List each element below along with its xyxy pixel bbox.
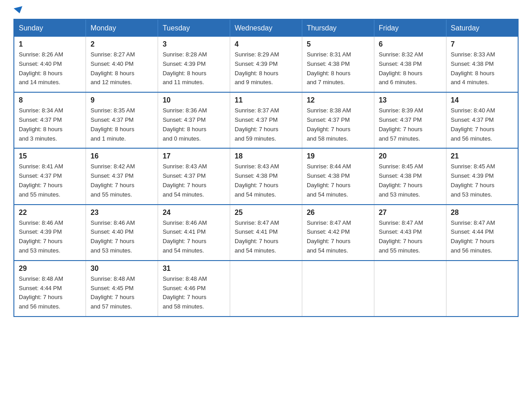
calendar-cell: 19 Sunrise: 8:44 AMSunset: 4:38 PMDaylig… <box>302 148 374 204</box>
day-info: Sunrise: 8:40 AMSunset: 4:37 PMDaylight:… <box>451 106 513 143</box>
day-info: Sunrise: 8:32 AMSunset: 4:38 PMDaylight:… <box>379 50 442 87</box>
day-number: 19 <box>307 152 369 160</box>
calendar-cell: 23 Sunrise: 8:46 AMSunset: 4:40 PMDaylig… <box>86 205 158 261</box>
day-info: Sunrise: 8:28 AMSunset: 4:39 PMDaylight:… <box>163 50 225 87</box>
day-info: Sunrise: 8:44 AMSunset: 4:38 PMDaylight:… <box>307 162 369 199</box>
day-info: Sunrise: 8:47 AMSunset: 4:44 PMDaylight:… <box>451 218 513 256</box>
calendar-cell: 18 Sunrise: 8:43 AMSunset: 4:38 PMDaylig… <box>230 148 302 204</box>
day-number: 17 <box>163 152 225 160</box>
week-row-1: 1 Sunrise: 8:26 AMSunset: 4:40 PMDayligh… <box>14 37 518 92</box>
day-number: 25 <box>235 209 297 217</box>
day-number: 4 <box>235 40 297 48</box>
weekday-header-friday: Friday <box>374 19 446 37</box>
calendar-cell: 17 Sunrise: 8:43 AMSunset: 4:37 PMDaylig… <box>158 148 230 204</box>
day-info: Sunrise: 8:38 AMSunset: 4:37 PMDaylight:… <box>307 106 369 143</box>
calendar-cell: 1 Sunrise: 8:26 AMSunset: 4:40 PMDayligh… <box>14 37 86 92</box>
day-number: 8 <box>19 96 81 104</box>
day-number: 24 <box>163 209 225 217</box>
calendar-cell: 2 Sunrise: 8:27 AMSunset: 4:40 PMDayligh… <box>86 37 158 92</box>
day-number: 11 <box>235 96 297 104</box>
calendar-cell: 13 Sunrise: 8:39 AMSunset: 4:37 PMDaylig… <box>374 92 446 148</box>
day-info: Sunrise: 8:36 AMSunset: 4:37 PMDaylight:… <box>163 106 225 143</box>
weekday-header-row: SundayMondayTuesdayWednesdayThursdayFrid… <box>14 19 518 37</box>
day-number: 29 <box>19 265 81 273</box>
day-info: Sunrise: 8:45 AMSunset: 4:38 PMDaylight:… <box>379 162 442 199</box>
day-info: Sunrise: 8:31 AMSunset: 4:38 PMDaylight:… <box>307 50 369 87</box>
day-info: Sunrise: 8:46 AMSunset: 4:40 PMDaylight:… <box>90 218 153 256</box>
calendar-cell: 26 Sunrise: 8:47 AMSunset: 4:42 PMDaylig… <box>302 205 374 261</box>
calendar-cell: 28 Sunrise: 8:47 AMSunset: 4:44 PMDaylig… <box>446 205 518 261</box>
day-info: Sunrise: 8:43 AMSunset: 4:37 PMDaylight:… <box>163 162 225 199</box>
day-info: Sunrise: 8:26 AMSunset: 4:40 PMDaylight:… <box>19 50 81 87</box>
day-info: Sunrise: 8:39 AMSunset: 4:37 PMDaylight:… <box>379 106 442 143</box>
day-info: Sunrise: 8:48 AMSunset: 4:44 PMDaylight:… <box>19 274 81 312</box>
calendar-cell <box>446 261 518 317</box>
calendar-cell <box>302 261 374 317</box>
day-info: Sunrise: 8:34 AMSunset: 4:37 PMDaylight:… <box>19 106 81 143</box>
day-number: 22 <box>19 209 81 217</box>
day-number: 30 <box>90 265 153 273</box>
week-row-4: 22 Sunrise: 8:46 AMSunset: 4:39 PMDaylig… <box>14 205 518 261</box>
calendar-cell: 20 Sunrise: 8:45 AMSunset: 4:38 PMDaylig… <box>374 148 446 204</box>
day-number: 16 <box>90 152 153 160</box>
calendar-cell: 24 Sunrise: 8:46 AMSunset: 4:41 PMDaylig… <box>158 205 230 261</box>
day-info: Sunrise: 8:37 AMSunset: 4:37 PMDaylight:… <box>235 106 297 143</box>
calendar-cell: 10 Sunrise: 8:36 AMSunset: 4:37 PMDaylig… <box>158 92 230 148</box>
calendar-cell: 16 Sunrise: 8:42 AMSunset: 4:37 PMDaylig… <box>86 148 158 204</box>
week-row-2: 8 Sunrise: 8:34 AMSunset: 4:37 PMDayligh… <box>14 92 518 148</box>
calendar-cell: 12 Sunrise: 8:38 AMSunset: 4:37 PMDaylig… <box>302 92 374 148</box>
day-info: Sunrise: 8:29 AMSunset: 4:39 PMDaylight:… <box>235 50 297 87</box>
calendar-cell: 5 Sunrise: 8:31 AMSunset: 4:38 PMDayligh… <box>302 37 374 92</box>
logo-triangle-icon <box>14 6 24 15</box>
day-number: 13 <box>379 96 442 104</box>
day-number: 6 <box>379 40 442 48</box>
day-number: 31 <box>163 265 225 273</box>
calendar-cell: 25 Sunrise: 8:47 AMSunset: 4:41 PMDaylig… <box>230 205 302 261</box>
day-number: 5 <box>307 40 369 48</box>
day-info: Sunrise: 8:27 AMSunset: 4:40 PMDaylight:… <box>90 50 153 87</box>
calendar-cell: 27 Sunrise: 8:47 AMSunset: 4:43 PMDaylig… <box>374 205 446 261</box>
calendar-cell: 30 Sunrise: 8:48 AMSunset: 4:45 PMDaylig… <box>86 261 158 317</box>
calendar-cell: 3 Sunrise: 8:28 AMSunset: 4:39 PMDayligh… <box>158 37 230 92</box>
day-info: Sunrise: 8:48 AMSunset: 4:45 PMDaylight:… <box>90 274 153 312</box>
calendar-table: SundayMondayTuesdayWednesdayThursdayFrid… <box>13 19 519 317</box>
calendar-cell <box>374 261 446 317</box>
logo-text <box>13 9 23 13</box>
day-info: Sunrise: 8:47 AMSunset: 4:43 PMDaylight:… <box>379 218 442 256</box>
day-info: Sunrise: 8:35 AMSunset: 4:37 PMDaylight:… <box>90 106 153 143</box>
day-number: 23 <box>90 209 153 217</box>
weekday-header-tuesday: Tuesday <box>158 19 230 37</box>
day-number: 10 <box>163 96 225 104</box>
calendar-cell: 21 Sunrise: 8:45 AMSunset: 4:39 PMDaylig… <box>446 148 518 204</box>
day-info: Sunrise: 8:46 AMSunset: 4:41 PMDaylight:… <box>163 218 225 256</box>
calendar-cell: 29 Sunrise: 8:48 AMSunset: 4:44 PMDaylig… <box>14 261 86 317</box>
calendar-cell: 8 Sunrise: 8:34 AMSunset: 4:37 PMDayligh… <box>14 92 86 148</box>
calendar-cell <box>230 261 302 317</box>
day-number: 2 <box>90 40 153 48</box>
day-info: Sunrise: 8:48 AMSunset: 4:46 PMDaylight:… <box>163 274 225 312</box>
day-number: 3 <box>163 40 225 48</box>
day-number: 14 <box>451 96 513 104</box>
calendar-cell: 11 Sunrise: 8:37 AMSunset: 4:37 PMDaylig… <box>230 92 302 148</box>
week-row-5: 29 Sunrise: 8:48 AMSunset: 4:44 PMDaylig… <box>14 261 518 317</box>
weekday-header-wednesday: Wednesday <box>230 19 302 37</box>
day-number: 12 <box>307 96 369 104</box>
day-info: Sunrise: 8:46 AMSunset: 4:39 PMDaylight:… <box>19 218 81 256</box>
day-number: 9 <box>90 96 153 104</box>
day-number: 20 <box>379 152 442 160</box>
weekday-header-sunday: Sunday <box>14 19 86 37</box>
calendar-cell: 31 Sunrise: 8:48 AMSunset: 4:46 PMDaylig… <box>158 261 230 317</box>
page-header <box>13 9 519 12</box>
day-number: 18 <box>235 152 297 160</box>
day-number: 15 <box>19 152 81 160</box>
day-info: Sunrise: 8:42 AMSunset: 4:37 PMDaylight:… <box>90 162 153 199</box>
day-number: 27 <box>379 209 442 217</box>
calendar-cell: 14 Sunrise: 8:40 AMSunset: 4:37 PMDaylig… <box>446 92 518 148</box>
day-info: Sunrise: 8:41 AMSunset: 4:37 PMDaylight:… <box>19 162 81 199</box>
logo <box>13 9 23 12</box>
calendar-cell: 15 Sunrise: 8:41 AMSunset: 4:37 PMDaylig… <box>14 148 86 204</box>
weekday-header-thursday: Thursday <box>302 19 374 37</box>
day-info: Sunrise: 8:33 AMSunset: 4:38 PMDaylight:… <box>451 50 513 87</box>
day-number: 28 <box>451 209 513 217</box>
day-number: 7 <box>451 40 513 48</box>
